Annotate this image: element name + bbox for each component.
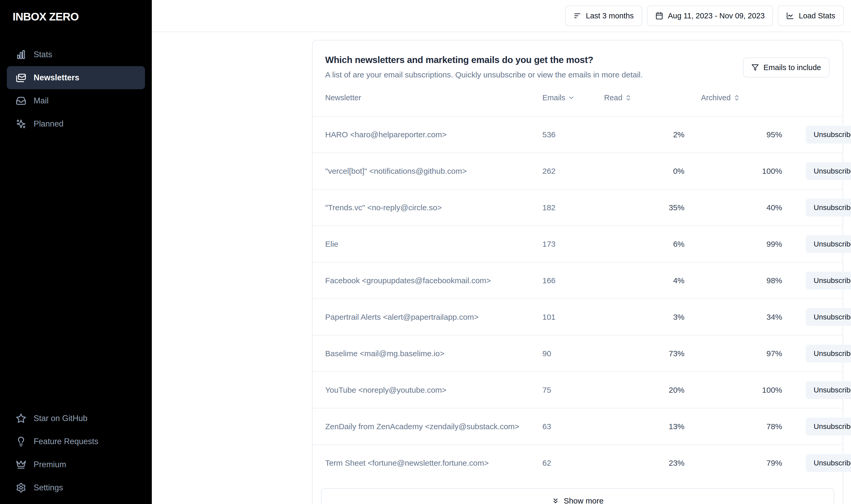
chevrons-up-down-icon xyxy=(733,94,740,101)
sidebar-item-label: Planned xyxy=(34,119,64,129)
unsubscribe-button[interactable]: Unsubscribe xyxy=(806,345,851,362)
app-logo: INBOX ZERO xyxy=(13,11,78,23)
column-header-newsletter: Newsletter xyxy=(325,93,361,102)
sparkles-icon xyxy=(16,119,26,129)
date-range-label: Aug 11, 2023 - Nov 09, 2023 xyxy=(668,12,765,20)
panel-header: Which newsletters and marketing emails d… xyxy=(313,40,843,79)
sidebar-item-settings[interactable]: Settings xyxy=(7,476,145,499)
unsubscribe-button[interactable]: Unsubscribe xyxy=(806,308,851,326)
sidebar-item-label: Settings xyxy=(34,483,63,492)
column-header-read[interactable]: Read xyxy=(604,93,632,102)
read-percent: 13% xyxy=(653,422,685,431)
sidebar-item-label: Mail xyxy=(34,96,49,106)
read-percent: 0% xyxy=(653,167,685,176)
newsletter-name: Elie xyxy=(325,240,338,249)
sidebar-footer-nav: Star on GitHub Feature Requests Premium … xyxy=(7,407,145,499)
read-percent: 73% xyxy=(653,349,685,358)
star-icon xyxy=(16,413,26,424)
table-row: "vercel[bot]" <notifications@github.com>… xyxy=(313,152,843,189)
archived-percent: 99% xyxy=(748,240,782,249)
date-range-preset-label: Last 3 months xyxy=(586,12,634,20)
table-row: "Trends.vc" <no-reply@circle.so> 182 35%… xyxy=(313,189,843,226)
sidebar-item-newsletters[interactable]: Newsletters xyxy=(7,66,145,89)
table-body: HARO <haro@helpareporter.com> 536 2% 95%… xyxy=(313,116,843,481)
table-row: ZenDaily from ZenAcademy <zendaily@subst… xyxy=(313,408,843,445)
emails-count: 262 xyxy=(543,167,555,176)
sidebar-item-mail[interactable]: Mail xyxy=(7,89,145,112)
newsletter-name: Term Sheet <fortune@newsletter.fortune.c… xyxy=(325,458,489,468)
sidebar-item-feature-requests[interactable]: Feature Requests xyxy=(7,430,145,453)
chevrons-up-down-icon xyxy=(625,94,632,101)
show-more-label: Show more xyxy=(564,497,604,504)
unsubscribe-button[interactable]: Unsubscribe xyxy=(806,272,851,290)
column-header-emails[interactable]: Emails xyxy=(543,93,575,102)
sidebar-item-label: Premium xyxy=(34,460,66,469)
gear-icon xyxy=(16,483,26,493)
emails-count: 182 xyxy=(543,203,555,212)
lightbulb-icon xyxy=(16,436,26,447)
unsubscribe-button[interactable]: Unsubscribe xyxy=(806,418,851,435)
read-percent: 6% xyxy=(653,240,685,249)
table-row: Elie 173 6% 99% Unsubscribe Auto archive… xyxy=(313,226,843,262)
sidebar-item-label: Feature Requests xyxy=(34,437,98,446)
read-percent: 4% xyxy=(653,276,685,285)
table-row: Baselime <mail@mg.baselime.io> 90 73% 97… xyxy=(313,335,843,372)
newsletter-name: Facebook <groupupdates@facebookmail.com> xyxy=(325,276,491,285)
newsletter-name: "vercel[bot]" <notifications@github.com> xyxy=(325,167,467,176)
filter-lines-icon xyxy=(573,12,581,20)
emails-count: 63 xyxy=(543,422,551,431)
archived-percent: 40% xyxy=(748,203,782,212)
sidebar-nav: Stats Newsletters Mail Planned xyxy=(7,43,145,136)
load-stats-button[interactable]: Load Stats xyxy=(778,5,844,26)
unsubscribe-button[interactable]: Unsubscribe xyxy=(806,454,851,472)
line-chart-icon xyxy=(786,12,794,20)
show-more-button[interactable]: Show more xyxy=(321,488,834,504)
calendar-icon xyxy=(655,12,663,20)
sidebar-item-label: Newsletters xyxy=(34,73,79,83)
newsletter-name: Papertrail Alerts <alert@papertrailapp.c… xyxy=(325,313,479,322)
archived-percent: 34% xyxy=(748,313,782,322)
table-row: YouTube <noreply@youtube.com> 75 20% 100… xyxy=(313,372,843,408)
newsletters-panel: Which newsletters and marketing emails d… xyxy=(312,40,843,504)
unsubscribe-button[interactable]: Unsubscribe xyxy=(806,126,851,144)
load-stats-label: Load Stats xyxy=(799,12,835,20)
newsletter-name: Baselime <mail@mg.baselime.io> xyxy=(325,349,444,358)
date-range-picker-button[interactable]: Aug 11, 2023 - Nov 09, 2023 xyxy=(647,5,773,26)
crown-icon xyxy=(16,460,26,470)
bar-chart-icon xyxy=(16,49,26,60)
read-percent: 2% xyxy=(653,130,685,139)
emails-count: 536 xyxy=(543,130,555,139)
table-row: Facebook <groupupdates@facebookmail.com>… xyxy=(313,262,843,299)
table-row: HARO <haro@helpareporter.com> 536 2% 95%… xyxy=(313,116,843,152)
table-header: Newsletter Emails Read Archived xyxy=(313,79,843,116)
table-row: Papertrail Alerts <alert@papertrailapp.c… xyxy=(313,299,843,335)
emails-count: 75 xyxy=(543,385,551,395)
archived-percent: 95% xyxy=(748,130,782,139)
sidebar-item-premium[interactable]: Premium xyxy=(7,453,145,476)
date-range-preset-button[interactable]: Last 3 months xyxy=(565,5,642,26)
chevron-down-icon xyxy=(568,94,575,101)
main-area: Last 3 months Aug 11, 2023 - Nov 09, 202… xyxy=(152,0,851,504)
sidebar-item-label: Stats xyxy=(34,50,52,59)
sidebar-item-planned[interactable]: Planned xyxy=(7,112,145,136)
unsubscribe-button[interactable]: Unsubscribe xyxy=(806,235,851,253)
unsubscribe-button[interactable]: Unsubscribe xyxy=(806,162,851,180)
emails-count: 62 xyxy=(543,458,551,468)
emails-to-include-button[interactable]: Emails to include xyxy=(743,57,830,77)
archived-percent: 100% xyxy=(748,167,782,176)
unsubscribe-button[interactable]: Unsubscribe xyxy=(806,381,851,399)
sidebar-item-star-on-github[interactable]: Star on GitHub xyxy=(7,407,145,430)
column-header-archived[interactable]: Archived xyxy=(701,93,740,102)
sidebar-item-stats[interactable]: Stats xyxy=(7,43,145,66)
emails-count: 101 xyxy=(543,313,555,322)
inbox-icon xyxy=(16,95,26,106)
sidebar: INBOX ZERO Stats Newsletters Mail Planne… xyxy=(0,0,152,504)
archived-percent: 78% xyxy=(748,422,782,431)
read-percent: 35% xyxy=(653,203,685,212)
chevrons-down-icon xyxy=(552,497,560,504)
archived-percent: 100% xyxy=(748,385,782,395)
newsletter-name: "Trends.vc" <no-reply@circle.so> xyxy=(325,203,442,212)
mails-icon xyxy=(16,72,26,83)
newsletter-name: YouTube <noreply@youtube.com> xyxy=(325,385,446,395)
unsubscribe-button[interactable]: Unsubscribe xyxy=(806,199,851,217)
